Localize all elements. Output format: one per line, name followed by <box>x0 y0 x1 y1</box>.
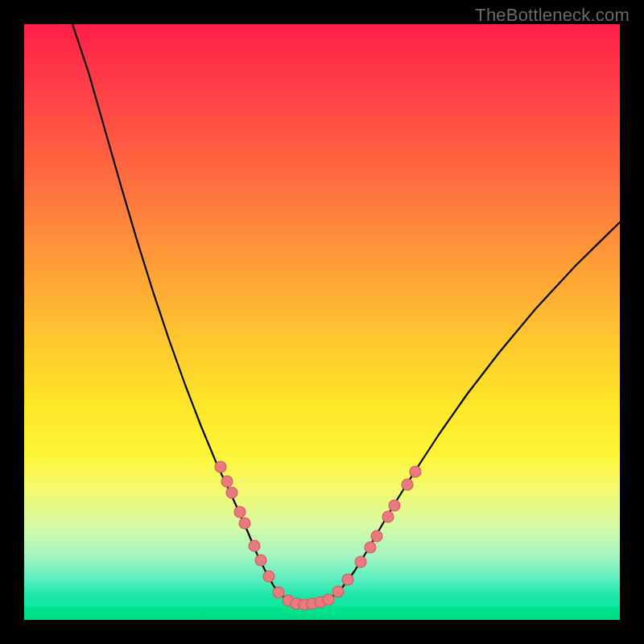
marker-dot <box>365 542 376 553</box>
marker-dot <box>332 586 344 597</box>
marker-dot <box>273 587 284 598</box>
marker-dots-group <box>215 461 421 610</box>
chart-overlay <box>24 24 620 620</box>
marker-dot <box>355 556 366 568</box>
bottleneck-curve <box>72 24 620 605</box>
marker-dot <box>382 511 394 522</box>
marker-dot <box>342 574 353 585</box>
marker-dot <box>221 476 233 487</box>
marker-dot <box>215 461 226 473</box>
marker-dot <box>255 555 266 566</box>
marker-dot <box>402 479 413 490</box>
marker-dot <box>249 540 260 551</box>
marker-dot <box>410 466 421 477</box>
marker-dot <box>234 506 246 518</box>
marker-dot <box>226 487 237 498</box>
marker-dot <box>323 594 334 605</box>
marker-dot <box>371 530 382 542</box>
watermark-text: TheBottleneck.com <box>475 5 630 26</box>
marker-dot <box>389 500 400 511</box>
marker-dot <box>263 571 275 582</box>
marker-dot <box>239 518 250 529</box>
